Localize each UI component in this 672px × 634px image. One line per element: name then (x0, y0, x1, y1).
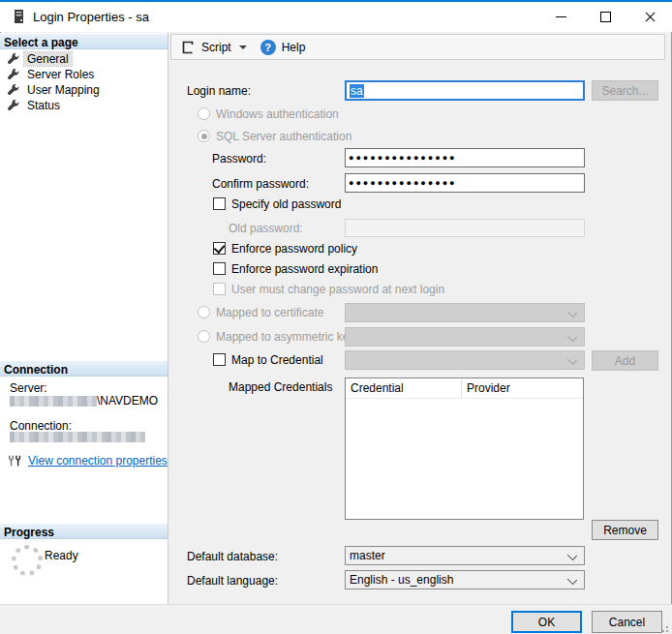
mapped-to-certificate-radio (198, 306, 210, 318)
login-name-label: Login name: (187, 84, 251, 98)
sidebar-item-label: Server Roles (24, 68, 97, 81)
default-database-value: master (350, 549, 385, 562)
default-database-label: Default database: (187, 550, 278, 563)
sidebar-item-label: General (24, 52, 72, 66)
chevron-down-icon (567, 308, 577, 317)
column-header-provider[interactable]: Provider (462, 378, 510, 398)
sidebar-item-general[interactable]: General (0, 51, 168, 67)
certificate-select (345, 303, 585, 322)
wrench-icon (8, 69, 19, 80)
chevron-down-icon (567, 575, 577, 585)
sql-authentication-label: SQL Server authentication (216, 130, 351, 143)
progress-header: Progress (0, 524, 168, 539)
help-icon: ? (260, 40, 276, 55)
chevron-down-icon (567, 332, 577, 342)
maximize-icon (600, 12, 611, 22)
sql-authentication-radio[interactable] (198, 130, 210, 142)
must-change-password-checkbox (213, 283, 226, 295)
remove-button[interactable]: Remove (592, 520, 658, 540)
default-language-label: Default language: (187, 574, 278, 588)
login-properties-dialog: Login Properties - sa Select a page Gene… (0, 0, 672, 634)
radio-dot (201, 134, 207, 139)
server-icon (12, 9, 26, 25)
maximize-button[interactable] (583, 2, 627, 31)
mapped-credentials-label: Mapped Credentials (229, 380, 332, 394)
wrench-icon (8, 84, 19, 96)
default-language-value: English - us_english (350, 573, 453, 587)
resize-grip[interactable] (666, 630, 668, 632)
specify-old-password-label: Specify old password (231, 197, 341, 211)
ok-button[interactable]: OK (511, 611, 582, 633)
windows-authentication-radio[interactable] (198, 107, 210, 120)
add-button[interactable]: Add (592, 350, 658, 371)
wrench-icon (8, 100, 19, 111)
chevron-down-icon (567, 355, 577, 365)
view-connection-properties-link[interactable]: View connection properties (28, 454, 168, 468)
toolbar: Script ? Help (170, 34, 665, 60)
confirm-password-mask: ●●●●●●●●●●●●●●● (349, 178, 457, 188)
search-button[interactable]: Search... (592, 80, 658, 101)
title-bar: Login Properties - sa (0, 2, 672, 32)
confirm-password-label: Confirm password: (212, 177, 309, 191)
password-label: Password: (212, 152, 266, 166)
minimize-button[interactable] (538, 2, 583, 31)
script-icon (180, 40, 196, 55)
server-suffix: \NAVDEMO (97, 394, 158, 408)
sidebar: Select a page General Server Roles User … (0, 33, 168, 604)
sidebar-item-label: User Mapping (24, 83, 103, 97)
redacted-connection-name (10, 432, 145, 442)
script-dropdown-icon[interactable] (239, 45, 247, 49)
redacted-server-name (10, 396, 97, 407)
old-password-input (345, 219, 585, 237)
default-database-select[interactable]: master (345, 546, 585, 565)
chevron-down-icon (567, 551, 577, 560)
credential-select (345, 350, 585, 370)
map-to-credential-label: Map to Credential (231, 353, 323, 367)
mapped-to-certificate-label: Mapped to certificate (216, 306, 323, 319)
help-button[interactable]: Help (282, 41, 306, 54)
progress-status: Ready (45, 549, 78, 562)
login-name-value: sa (350, 84, 364, 98)
connection-value (10, 432, 145, 445)
sidebar-item-user-mapping[interactable]: User Mapping (0, 82, 168, 98)
mapped-to-asymmetric-key-label: Mapped to asymmetric key (216, 330, 354, 344)
enforce-password-expiration-checkbox[interactable] (213, 262, 226, 275)
enforce-password-policy-checkbox[interactable] (213, 242, 226, 255)
column-header-credential[interactable]: Credential (346, 378, 462, 398)
cancel-button[interactable]: Cancel (592, 611, 662, 633)
window-title: Login Properties - sa (33, 10, 149, 24)
progress-spinner-icon (12, 545, 43, 576)
select-a-page-header: Select a page (0, 34, 168, 49)
asymmetric-key-select (345, 327, 585, 347)
checkmark-icon (214, 242, 226, 254)
mapped-credentials-table[interactable]: Credential Provider (345, 377, 584, 520)
table-header-row: Credential Provider (346, 378, 583, 399)
specify-old-password-checkbox[interactable] (213, 197, 226, 210)
sidebar-item-server-roles[interactable]: Server Roles (0, 67, 168, 82)
mapped-to-asymmetric-key-radio (198, 330, 210, 343)
must-change-password-label: User must change password at next login (231, 283, 444, 296)
sidebar-item-label: Status (24, 99, 63, 112)
confirm-password-input[interactable]: ●●●●●●●●●●●●●●● (345, 173, 585, 193)
view-connection-properties-row: View connection properties (8, 454, 168, 468)
map-to-credential-checkbox[interactable] (213, 353, 226, 366)
server-value: \NAVDEMO (10, 394, 158, 408)
password-input[interactable]: ●●●●●●●●●●●●●●● (345, 148, 585, 167)
password-mask: ●●●●●●●●●●●●●●● (349, 153, 457, 163)
close-icon (645, 12, 656, 22)
close-button[interactable] (627, 2, 672, 31)
windows-authentication-label: Windows authentication (216, 107, 339, 121)
login-name-input[interactable]: sa (345, 80, 585, 101)
default-language-select[interactable]: English - us_english (345, 570, 585, 589)
wrench-icon (8, 53, 19, 65)
connection-properties-icon (8, 454, 23, 468)
enforce-password-expiration-label: Enforce password expiration (231, 262, 378, 276)
old-password-label: Old password: (229, 222, 303, 235)
connection-label: Connection: (10, 419, 72, 433)
server-label: Server: (10, 381, 47, 395)
sidebar-item-status[interactable]: Status (0, 98, 168, 113)
connection-header: Connection (0, 361, 168, 377)
script-button[interactable]: Script (201, 41, 231, 54)
enforce-password-policy-label: Enforce password policy (231, 242, 357, 256)
minimize-icon (556, 16, 566, 17)
